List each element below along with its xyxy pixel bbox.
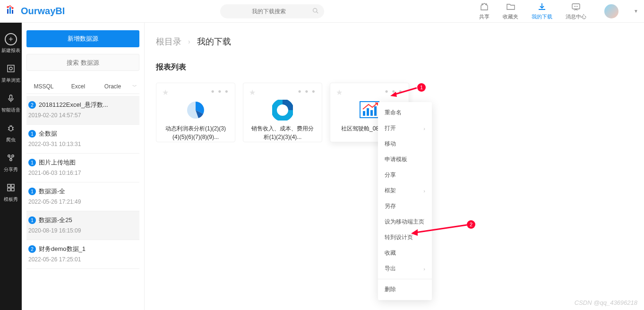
- chevron-right-icon: ›: [423, 188, 425, 194]
- svg-rect-2: [12, 10, 13, 14]
- nav-dl-label: 我的下载: [532, 13, 552, 20]
- chevron-right-icon: ›: [188, 38, 190, 45]
- annotation-arrow-icon: [389, 86, 418, 97]
- svg-rect-27: [363, 111, 365, 116]
- chevron-right-icon: ›: [423, 126, 425, 131]
- rail-new-label: 新建报表: [1, 47, 20, 54]
- svg-line-6: [317, 11, 318, 13]
- svg-point-11: [575, 6, 576, 7]
- menu-export[interactable]: 导出›: [378, 261, 432, 276]
- menu-share[interactable]: 分享: [378, 167, 432, 183]
- breadcrumb-root[interactable]: 根目录: [156, 36, 181, 47]
- nav-downloads[interactable]: 我的下载: [532, 2, 552, 20]
- menu-move[interactable]: 移动: [378, 136, 432, 152]
- donut-chart-icon: [249, 100, 316, 121]
- menu-delete[interactable]: 删除: [378, 282, 432, 297]
- message-icon: [571, 2, 581, 12]
- list-item[interactable]: 2财务demo数据_1 2022-05-26 17:25:01: [26, 240, 139, 269]
- svg-marker-34: [411, 229, 418, 236]
- menu-apply-template[interactable]: 申请模板: [378, 152, 432, 167]
- share-icon: [480, 2, 489, 12]
- svg-point-12: [577, 6, 578, 7]
- star-icon[interactable]: ★: [162, 88, 169, 96]
- avatar[interactable]: [604, 4, 618, 18]
- tab-oracle[interactable]: Oracle: [95, 79, 130, 94]
- list-item[interactable]: 220181122Excel_悬浮数... 2019-02-20 14:57:5…: [26, 96, 139, 125]
- annotation-arrow-icon: [409, 223, 468, 237]
- rail-template-show[interactable]: 模板秀: [0, 179, 22, 208]
- svg-rect-23: [11, 188, 14, 191]
- breadcrumb-current: 我的下载: [197, 36, 231, 47]
- list-item[interactable]: 1数据源-全 2022-05-26 17:21:49: [26, 182, 139, 211]
- tab-mssql[interactable]: MSSQL: [26, 79, 61, 94]
- watermark: CSDN @qq_43696218: [575, 299, 637, 306]
- app-name: OurwayBI: [21, 6, 65, 17]
- menu-separator: [378, 279, 432, 279]
- ds-name: 数据源-全: [39, 187, 65, 196]
- rail-share-show[interactable]: 分享秀: [0, 149, 22, 179]
- svg-point-14: [9, 67, 12, 70]
- svg-point-7: [482, 3, 483, 5]
- report-card[interactable]: ★ ● ● ● 动态利润表分析(1)(2)(3)(4)(5)(6)(7)(8)(…: [156, 83, 235, 142]
- list-item[interactable]: 1图片上传地图 2021-06-03 10:16:17: [26, 154, 139, 182]
- logo-icon: [6, 4, 18, 18]
- bug-icon: [7, 124, 15, 135]
- svg-rect-22: [8, 188, 10, 191]
- nav-share[interactable]: 共享: [479, 2, 489, 20]
- avatar-caret-icon[interactable]: ▼: [634, 9, 638, 14]
- rail-browse-label: 菜单浏览: [1, 77, 20, 84]
- svg-line-31: [394, 88, 417, 95]
- context-menu: 重命名 打开› 移动 申请模板 分享 框架› 另存 设为移动端主页 转到设计页 …: [378, 102, 432, 300]
- tab-excel[interactable]: Excel: [61, 79, 95, 94]
- list-item[interactable]: 1数据源-全25 2020-08-19 16:15:09: [26, 211, 139, 240]
- badge-icon: 2: [28, 245, 36, 253]
- card-more-icon[interactable]: ● ● ●: [211, 88, 229, 95]
- ds-time: 2022-03-31 10:13:31: [28, 141, 137, 147]
- add-datasource-button[interactable]: 新增数据源: [26, 30, 139, 47]
- datasource-search-input[interactable]: [26, 54, 139, 71]
- svg-point-5: [313, 8, 317, 12]
- section-title: 报表列表: [156, 62, 633, 72]
- star-icon[interactable]: ★: [336, 88, 343, 96]
- svg-rect-15: [10, 95, 12, 99]
- svg-point-8: [486, 3, 487, 5]
- rail-new-report[interactable]: + 新建报表: [0, 28, 22, 60]
- annotation-badge-2: 2: [467, 220, 475, 229]
- rail-spider[interactable]: 爬虫: [0, 119, 22, 149]
- search-icon: [312, 8, 318, 15]
- badge-icon: 1: [28, 188, 36, 195]
- ds-name: 财务demo数据_1: [39, 245, 86, 253]
- rail-browse[interactable]: 菜单浏览: [0, 60, 22, 89]
- tabs-more-icon[interactable]: ﹀: [130, 83, 139, 90]
- card-more-icon[interactable]: ● ● ●: [298, 88, 316, 95]
- svg-rect-28: [367, 108, 369, 116]
- search-input[interactable]: [226, 8, 312, 15]
- ds-time: 2021-06-03 10:16:17: [28, 170, 137, 176]
- global-search[interactable]: [220, 4, 324, 18]
- svg-rect-21: [11, 184, 14, 187]
- nav-messages[interactable]: 消息中心: [566, 2, 586, 20]
- pie-chart-icon: [162, 100, 229, 121]
- ds-time: 2019-02-20 14:57:57: [28, 112, 137, 119]
- grid-icon: [7, 183, 15, 194]
- menu-open[interactable]: 打开›: [378, 121, 432, 136]
- svg-point-16: [9, 126, 13, 131]
- menu-favorite[interactable]: 收藏: [378, 245, 432, 261]
- svg-marker-32: [390, 92, 397, 97]
- rail-voice[interactable]: 智能语音: [0, 89, 22, 119]
- svg-rect-13: [8, 65, 14, 72]
- list-item[interactable]: 1全数据 2022-03-31 10:13:31: [26, 125, 139, 154]
- svg-line-33: [416, 225, 467, 232]
- nav-favorites[interactable]: 收藏夹: [503, 2, 518, 20]
- badge-icon: 1: [28, 216, 36, 224]
- menu-save-as[interactable]: 另存: [378, 198, 432, 214]
- rail-share-show-label: 分享秀: [4, 166, 18, 173]
- share-nodes-icon: [7, 154, 15, 164]
- card-title: 销售收入、成本、费用分析(1)(2)(3)(4)...: [249, 124, 316, 141]
- menu-frame[interactable]: 框架›: [378, 183, 432, 198]
- menu-rename[interactable]: 重命名: [378, 105, 432, 121]
- star-icon[interactable]: ★: [249, 88, 256, 96]
- rail-spider-label: 爬虫: [6, 137, 16, 143]
- nav-msg-label: 消息中心: [566, 13, 586, 20]
- report-card[interactable]: ★ ● ● ● 销售收入、成本、费用分析(1)(2)(3)(4)...: [243, 83, 322, 142]
